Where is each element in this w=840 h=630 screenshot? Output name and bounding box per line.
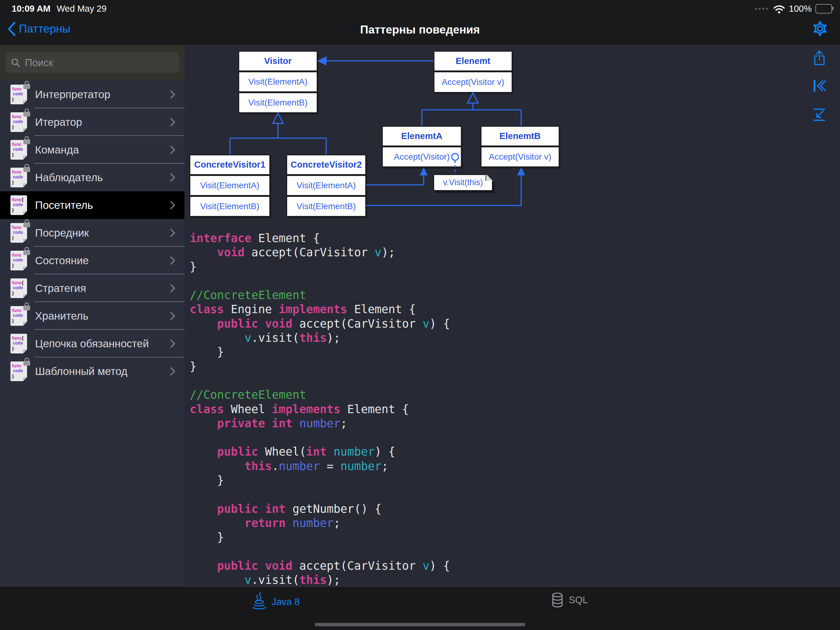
uml-box-visitor: Visitor Visit(ElementA) Visit(ElementB) bbox=[238, 51, 317, 113]
top-bar: 10:09 AM Wed May 29 100% Паттерны Паттер… bbox=[0, 0, 840, 45]
sidebar-item-label: Хранитель bbox=[35, 310, 88, 322]
uml-box-method: Visit(ElementA) bbox=[238, 71, 317, 92]
chevron-right-icon bbox=[167, 339, 175, 348]
lock-icon bbox=[24, 306, 30, 310]
sidebar-item-label: Посетитель bbox=[35, 199, 93, 211]
chevron-right-icon bbox=[167, 146, 175, 154]
gear-icon bbox=[812, 21, 828, 36]
pattern-list: funccode}Интерпретаторfunccode}Итераторf… bbox=[0, 81, 185, 385]
sidebar-item-3[interactable]: funccode}Команда bbox=[0, 136, 185, 164]
chevron-right-icon bbox=[167, 173, 175, 182]
battery-icon bbox=[815, 4, 832, 14]
pattern-doc-icon: funccode} bbox=[11, 251, 27, 271]
sidebar-item-10[interactable]: func{code}Цепочка обязанностей bbox=[0, 330, 185, 358]
uml-box-method: Visit(ElementB) bbox=[238, 92, 317, 113]
sidebar-item-5[interactable]: func{code}Посетитель bbox=[0, 192, 185, 219]
uml-box-method: Visit(ElementA) bbox=[189, 175, 270, 196]
lock-icon bbox=[24, 361, 30, 366]
pattern-doc-icon: funccode} bbox=[11, 168, 27, 187]
uml-box-elementA: ElenemtA Accept(Visitor) bbox=[382, 126, 462, 167]
lock-icon bbox=[24, 139, 30, 144]
uml-note-text: v.Visit(this) bbox=[433, 174, 493, 191]
sidebar-item-label: Команда bbox=[35, 144, 79, 156]
wifi-icon bbox=[773, 4, 785, 14]
sidebar-item-label: Посредник bbox=[35, 227, 89, 239]
sql-database-icon bbox=[551, 592, 564, 608]
content-pane: Visitor Visit(ElementA) Visit(ElementB) … bbox=[185, 45, 840, 586]
lock-icon bbox=[24, 167, 30, 172]
sidebar-item-label: Цепочка обязанностей bbox=[35, 337, 149, 350]
pattern-doc-icon: func{code} bbox=[11, 279, 27, 298]
tab-label: Java 8 bbox=[272, 597, 300, 608]
chevron-right-icon bbox=[167, 284, 175, 293]
chevron-right-icon bbox=[167, 256, 175, 265]
back-button[interactable]: Паттерны bbox=[7, 22, 70, 36]
status-left: 10:09 AM Wed May 29 bbox=[12, 4, 107, 14]
lock-icon bbox=[24, 84, 30, 89]
uml-box-title: ElenemtA bbox=[382, 126, 462, 146]
uml-box-method: Accept(Visitor v) bbox=[481, 146, 560, 167]
sidebar-item-label: Состояние bbox=[35, 255, 89, 267]
chevron-right-icon bbox=[167, 367, 175, 375]
code-block: interface Element { void accept(CarVisit… bbox=[190, 231, 450, 586]
sidebar-item-label: Итератор bbox=[35, 116, 82, 128]
share-icon bbox=[812, 50, 826, 66]
sidebar-item-1[interactable]: funccode}Интерпретатор bbox=[0, 81, 185, 108]
pattern-doc-icon: func{code} bbox=[11, 195, 27, 215]
uml-box-concretevisitor2: ConcreteVisitor2 Visit(ElementA) Visit(E… bbox=[286, 154, 366, 217]
pattern-doc-icon: funccode} bbox=[11, 223, 27, 243]
sidebar-item-9[interactable]: funccode}Хранитель bbox=[0, 302, 185, 330]
settings-button[interactable] bbox=[812, 21, 828, 36]
share-button[interactable] bbox=[812, 50, 826, 65]
lock-icon bbox=[24, 222, 30, 227]
uml-box-title: ConcreteVisitor2 bbox=[286, 154, 366, 175]
back-label: Паттерны bbox=[19, 22, 70, 35]
sidebar-item-8[interactable]: func{code}Стратегия bbox=[0, 274, 185, 302]
chevron-right-icon bbox=[167, 312, 175, 320]
uml-box-method: Visit(ElementB) bbox=[286, 196, 366, 217]
tab-sql[interactable]: SQL bbox=[551, 592, 588, 608]
uml-box-method: Accept(Visitor v) bbox=[434, 71, 513, 93]
sidebar-item-label: Интерпретатор bbox=[35, 88, 111, 101]
sidebar-item-label: Шаблонный метод bbox=[35, 365, 128, 377]
uml-box-method: Visit(ElementB) bbox=[189, 196, 270, 217]
status-time: 10:09 AM bbox=[12, 4, 51, 14]
search-header: Поиск bbox=[0, 45, 185, 81]
uml-box-title: Visitor bbox=[238, 51, 317, 71]
search-input[interactable]: Поиск bbox=[5, 52, 179, 73]
uml-box-title: ElenemtB bbox=[481, 126, 560, 146]
sidebar-item-label: Стратегия bbox=[35, 282, 86, 294]
lock-icon bbox=[24, 112, 30, 117]
uml-box-elementB: ElenemtB Accept(Visitor v) bbox=[481, 126, 560, 167]
sidebar-item-label: Наблюдатель bbox=[35, 171, 103, 184]
uml-box-title: ConcreteVisitor1 bbox=[189, 154, 270, 175]
uml-box-title: Elenemt bbox=[434, 51, 513, 71]
battery-percent: 100% bbox=[789, 4, 812, 14]
collapse-button[interactable] bbox=[812, 108, 826, 122]
sidebar-item-4[interactable]: funccode}Наблюдатель bbox=[0, 164, 185, 192]
app-window: 10:09 AM Wed May 29 100% Паттерны Паттер… bbox=[0, 0, 840, 630]
tab-java8[interactable]: Java 8 bbox=[252, 592, 300, 612]
pattern-doc-icon: funccode} bbox=[11, 112, 27, 132]
chevron-right-icon bbox=[167, 229, 175, 237]
pattern-doc-icon: funccode} bbox=[11, 140, 27, 160]
sidebar-item-2[interactable]: funccode}Итератор bbox=[0, 108, 185, 136]
sidebar-item-11[interactable]: funccode}Шаблонный метод bbox=[0, 358, 185, 385]
uml-box-method: Accept(Visitor) bbox=[382, 146, 462, 167]
pattern-doc-icon: funccode} bbox=[11, 306, 27, 326]
skip-to-start-icon bbox=[812, 79, 826, 92]
uml-box-element: Elenemt Accept(Visitor v) bbox=[434, 51, 513, 93]
chevron-right-icon bbox=[167, 90, 175, 99]
skip-to-start-button[interactable] bbox=[812, 79, 826, 94]
lock-icon bbox=[24, 250, 30, 255]
pattern-doc-icon: func{code} bbox=[11, 334, 27, 353]
sidebar: Поиск funccode}Интерпретаторfunccode}Ите… bbox=[0, 45, 185, 586]
sidebar-item-6[interactable]: funccode}Посредник bbox=[0, 219, 185, 247]
sidebar-item-7[interactable]: funccode}Состояние bbox=[0, 247, 185, 274]
tab-label: SQL bbox=[569, 595, 588, 606]
home-indicator[interactable] bbox=[315, 623, 526, 626]
chevron-right-icon bbox=[167, 118, 175, 127]
status-date: Wed May 29 bbox=[57, 4, 106, 14]
uml-box-concretevisitor1: ConcreteVisitor1 Visit(ElementA) Visit(E… bbox=[189, 154, 270, 217]
search-icon bbox=[11, 58, 21, 68]
